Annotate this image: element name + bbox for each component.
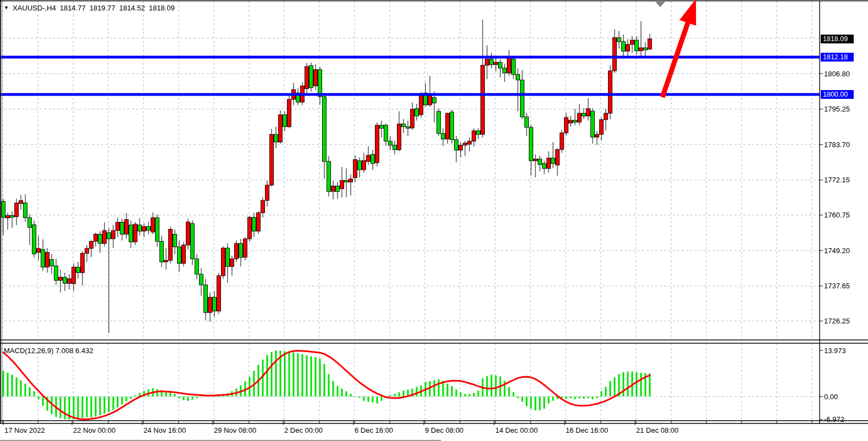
macd-histogram-bar: [275, 350, 277, 397]
bearish-candle-body: [371, 154, 375, 164]
chart-title: ▼ XAUUSD-,H4 1814.77 1819.77 1814.52 181…: [4, 4, 175, 12]
bearish-candle-body: [98, 235, 102, 244]
bullish-candle-body: [81, 253, 85, 272]
bullish-candle-body: [151, 217, 155, 232]
bearish-candle-body: [226, 248, 230, 267]
bearish-candle-body: [28, 217, 32, 227]
bullish-candle-body: [331, 186, 335, 192]
macd-histogram-bar: [372, 397, 374, 403]
bullish-candle-body: [248, 217, 252, 239]
macd-histogram-bar: [12, 375, 13, 397]
macd-histogram-bar: [328, 374, 330, 397]
bullish-candle-body: [463, 143, 467, 145]
macd-histogram-bar: [623, 372, 624, 397]
bearish-candle-body: [358, 161, 362, 170]
macd-histogram-bar: [636, 372, 638, 397]
time-axis-label[interactable]: 21 Dec 08:00: [636, 426, 678, 434]
macd-histogram-bar: [552, 397, 554, 401]
bullish-candle-body: [556, 149, 560, 165]
macd-histogram-bar: [438, 379, 440, 397]
macd-histogram-bar: [297, 353, 299, 397]
bearish-candle-body: [455, 139, 458, 150]
bearish-candle-body: [499, 62, 502, 68]
bearish-candle-body: [50, 259, 54, 266]
macd-histogram-bar: [170, 393, 172, 397]
bearish-candle-body: [120, 222, 124, 235]
time-axis-label[interactable]: 16 Dec 16:00: [566, 426, 608, 434]
macd-histogram-bar: [38, 397, 40, 399]
macd-histogram-bar: [34, 391, 35, 397]
bullish-candle-body: [362, 160, 366, 170]
time-axis-label[interactable]: 14 Dec 00:00: [495, 426, 538, 434]
bullish-candle-body: [481, 65, 485, 135]
bearish-candle-body: [336, 186, 340, 192]
macd-histogram-bar: [311, 356, 312, 397]
bearish-candle-body: [477, 131, 480, 135]
bearish-candle-body: [24, 203, 27, 217]
macd-histogram-bar: [530, 397, 532, 409]
time-axis-label[interactable]: 22 Nov 00:00: [73, 426, 115, 434]
bearish-candle-body: [191, 224, 195, 259]
bearish-candle-body: [406, 127, 410, 129]
bearish-candle-body: [283, 115, 287, 127]
bullish-candle-body: [270, 135, 274, 185]
macd-histogram-bar: [117, 397, 119, 407]
macd-histogram-bar: [337, 386, 339, 397]
macd-histogram-bar: [86, 397, 88, 417]
macd-histogram-bar: [596, 397, 598, 398]
bearish-candle-body: [617, 38, 621, 42]
bullish-candle-body: [472, 131, 476, 141]
time-axis-label[interactable]: 9 Dec 08:00: [425, 426, 463, 434]
bearish-candle-body: [41, 249, 45, 267]
bearish-candle-body: [402, 124, 406, 127]
macd-histogram-bar: [16, 377, 18, 397]
macd-histogram-bar: [3, 371, 4, 397]
ohlc-open: 1814.77: [60, 4, 86, 12]
bullish-candle-body: [279, 115, 283, 142]
macd-histogram-bar: [491, 375, 493, 397]
bearish-candle-body: [573, 120, 577, 122]
bearish-candle-body: [503, 68, 507, 73]
macd-histogram-bar: [579, 397, 580, 399]
macd-histogram-bar: [469, 394, 471, 397]
bearish-candle-body: [441, 133, 445, 139]
macd-histogram-bar: [302, 354, 303, 397]
bearish-candle-body: [129, 225, 133, 242]
bearish-candle-body: [76, 267, 80, 272]
ohlc-high: 1819.77: [90, 4, 115, 12]
time-axis-label[interactable]: 24 Nov 16:00: [143, 426, 186, 434]
macd-histogram-bar: [601, 391, 602, 397]
price-axis-label: 1772.15: [824, 176, 850, 184]
bullish-candle-body: [112, 231, 115, 239]
macd-histogram-bar: [126, 397, 128, 401]
bullish-candle-body: [609, 71, 612, 113]
bullish-candle-body: [534, 159, 538, 160]
macd-histogram-bar: [104, 397, 106, 414]
time-axis-label[interactable]: 2 Dec 00:00: [284, 426, 323, 434]
chart-background: [0, 0, 868, 441]
bearish-candle-body: [538, 159, 542, 164]
macd-histogram-bar: [60, 397, 62, 418]
bearish-candle-body: [63, 277, 67, 283]
bullish-candle-body: [257, 213, 261, 231]
macd-histogram-bar: [610, 381, 611, 397]
bullish-candle-body: [182, 245, 186, 264]
macd-histogram-bar: [289, 351, 290, 397]
bearish-candle-body: [450, 112, 454, 139]
bearish-candle-body: [239, 243, 243, 257]
bearish-candle-body: [415, 109, 419, 116]
symbol-dropdown-icon[interactable]: ▼: [4, 4, 9, 12]
bullish-candle-body: [507, 57, 511, 73]
bullish-candle-body: [169, 230, 173, 260]
bearish-candle-body: [433, 98, 436, 103]
time-axis-label[interactable]: 29 Nov 08:00: [214, 426, 256, 434]
price-axis-label: 1760.75: [824, 211, 850, 219]
macd-histogram-bar: [99, 397, 101, 415]
bullish-candle-body: [235, 243, 239, 259]
bearish-candle-body: [213, 297, 217, 311]
time-axis-label[interactable]: 6 Dec 16:00: [355, 426, 393, 434]
bullish-candle-body: [595, 135, 599, 137]
macd-histogram-bar: [20, 381, 22, 397]
time-axis-label[interactable]: 17 Nov 2022: [4, 426, 45, 434]
macd-histogram-bar: [108, 397, 110, 412]
